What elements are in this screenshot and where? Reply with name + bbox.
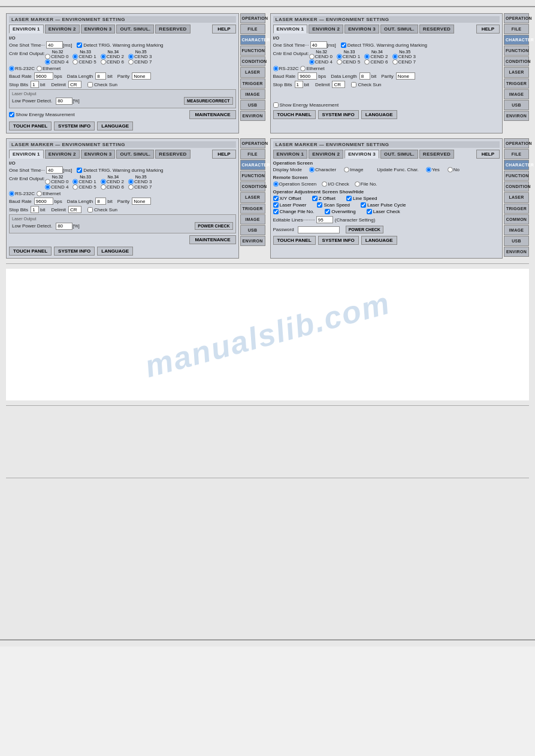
cend3-radio1[interactable]	[128, 54, 134, 59]
tab-reserved-r[interactable]: RESERVED	[419, 25, 454, 34]
ethernet-radio-label[interactable]: Ethernet	[37, 66, 61, 71]
baud-rate-input-r[interactable]	[298, 72, 317, 80]
check-sun-checkbox-bl[interactable]	[87, 207, 93, 212]
cend3-radio1b[interactable]	[392, 54, 398, 59]
tab-environ1[interactable]: ENVIRON 1	[9, 25, 44, 34]
cend6-radio1[interactable]	[101, 59, 106, 65]
touch-panel-btn-br[interactable]: TOUCH PANEL	[273, 236, 316, 245]
cend6-radio1c[interactable]	[101, 184, 106, 190]
side-function-2[interactable]: FUNCTION	[504, 45, 529, 56]
tab-environ2[interactable]: ENVIRON 2	[45, 25, 80, 34]
cend1-radio1b[interactable]	[337, 54, 342, 59]
baud-rate-input[interactable]	[34, 72, 53, 80]
ethernet-radio[interactable]	[37, 66, 42, 71]
cend7-radio1c[interactable]	[128, 184, 134, 190]
system-info-btn-bl[interactable]: SYSTEM INFO	[54, 247, 95, 256]
side-image-1[interactable]: IMAGE	[240, 89, 265, 99]
overwriting-checkbox[interactable]	[325, 209, 330, 214]
side-trigger-2[interactable]: TRIGGER	[504, 78, 529, 89]
side-laser-4[interactable]: LASER	[504, 192, 529, 202]
overwriting-label[interactable]: Overwriting	[325, 209, 355, 214]
xy-offset-label[interactable]: X/Y Offset	[273, 196, 301, 201]
cend2-radio1[interactable]	[101, 54, 106, 59]
language-btn-br[interactable]: LANGUAGE	[361, 236, 397, 245]
show-energy-checkbox[interactable]	[9, 112, 14, 117]
side-file-3[interactable]: FILE	[240, 149, 265, 159]
laser-check-label[interactable]: Laser Check	[367, 209, 400, 214]
side-environ-2[interactable]: ENVIRON	[504, 111, 529, 121]
check-sun-label-r[interactable]: Check Sun	[351, 82, 381, 87]
side-image-2[interactable]: IMAGE	[504, 89, 529, 99]
parity-input[interactable]	[132, 72, 151, 80]
io-check-radio[interactable]	[322, 181, 327, 187]
line-speed-checkbox[interactable]	[346, 196, 352, 201]
check-sun-checkbox-r[interactable]	[351, 82, 356, 87]
cend5-radio1c[interactable]	[72, 184, 78, 190]
side-environ-3[interactable]: ENVIRON	[240, 236, 265, 246]
cend4-radio1[interactable]	[45, 59, 50, 65]
file-no-radio[interactable]	[355, 181, 360, 187]
check-sun-checkbox[interactable]	[87, 82, 93, 87]
cend1-radio1c[interactable]	[72, 179, 78, 184]
tab-environ1-br[interactable]: ENVIRON 1	[273, 150, 308, 159]
rs232c-radio-label[interactable]: RS-232C	[9, 66, 35, 71]
cend3-radio1c[interactable]	[128, 179, 134, 184]
file-no-opt-label[interactable]: File No.	[355, 181, 377, 187]
tab-environ2-bl[interactable]: ENVIRON 2	[45, 150, 80, 159]
cend2-radio1b[interactable]	[364, 54, 370, 59]
stop-bits-input[interactable]	[31, 81, 39, 88]
rs232c-radio-bl[interactable]	[9, 191, 14, 196]
change-file-no-label[interactable]: Change File No.	[273, 209, 315, 214]
side-laser-1[interactable]: LASER	[240, 67, 265, 77]
laser-check-checkbox[interactable]	[367, 209, 372, 214]
side-file-2[interactable]: FILE	[504, 24, 529, 34]
cend6-radio1b[interactable]	[364, 59, 370, 65]
side-condition-2[interactable]: CONDITION	[504, 56, 529, 66]
tab-environ3-r[interactable]: ENVIRON 3	[344, 25, 379, 34]
tab-environ2-r[interactable]: ENVIRON 2	[309, 25, 343, 34]
side-function-3[interactable]: FUNCTION	[240, 171, 265, 181]
side-image-3[interactable]: IMAGE	[240, 214, 265, 224]
maintenance-btn[interactable]: MAINTENANCE	[189, 110, 235, 119]
help-button-2[interactable]: HELP	[476, 25, 500, 34]
side-condition-3[interactable]: CONDITION	[240, 181, 265, 192]
yes-radio[interactable]	[426, 167, 431, 172]
parity-input-r[interactable]	[396, 72, 415, 80]
laser-pulse-cycle-label[interactable]: Laser Pulse Cycle	[361, 202, 406, 208]
cend4-radio1b[interactable]	[309, 59, 315, 65]
cend0-radio1[interactable]	[45, 54, 50, 59]
editable-lines-input[interactable]	[316, 216, 333, 223]
password-input[interactable]	[298, 226, 340, 233]
scan-speed-checkbox[interactable]	[317, 202, 322, 208]
delimit-input-bl[interactable]	[68, 206, 81, 213]
rs232c-radio-label-bl[interactable]: RS-232C	[9, 191, 35, 196]
tab-environ1-bl[interactable]: ENVIRON 1	[9, 150, 44, 159]
char-radio-label[interactable]: Character	[309, 167, 336, 172]
system-info-btn-r[interactable]: SYSTEM INFO	[318, 110, 359, 119]
delimit-input-r[interactable]	[332, 81, 345, 88]
side-condition-4[interactable]: CONDITION	[504, 181, 529, 192]
tab-environ2-br[interactable]: ENVIRON 2	[309, 150, 343, 159]
detect-trg-bl-checkbox[interactable]	[77, 168, 82, 173]
xy-offset-checkbox[interactable]	[273, 196, 279, 201]
language-btn-1[interactable]: LANGUAGE	[97, 122, 133, 130]
stop-bits-input-r[interactable]	[295, 81, 303, 88]
stop-bits-input-bl[interactable]	[31, 206, 39, 213]
power-check-btn-bl[interactable]: POWER CHECK	[195, 222, 232, 230]
parity-input-bl[interactable]	[132, 198, 151, 205]
change-file-no-checkbox[interactable]	[273, 209, 279, 214]
tab-out-simul-r[interactable]: OUT. SIMUL.	[380, 25, 418, 34]
yes-radio-label[interactable]: Yes	[426, 167, 440, 172]
tab-out-simul-bl[interactable]: OUT. SIMUL.	[116, 150, 154, 159]
help-button-1[interactable]: HELP	[212, 25, 235, 34]
side-usb-1[interactable]: USB	[240, 100, 265, 110]
tab-out-simul-br[interactable]: OUT. SIMUL.	[380, 150, 418, 159]
system-info-btn-1[interactable]: SYSTEM INFO	[54, 122, 95, 130]
data-length-input-r[interactable]	[359, 72, 370, 80]
maintenance-btn-bl[interactable]: MAINTENANCE	[189, 235, 235, 244]
detect-trg-r-label[interactable]: Detect TRIG. Warning during Marking	[341, 42, 427, 48]
image-radio-label[interactable]: Image	[344, 167, 363, 172]
side-usb-4[interactable]: USB	[504, 236, 529, 246]
detect-trg-bl-label[interactable]: Detect TRIG. Warning during Marking	[77, 168, 163, 173]
cend5-radio1b[interactable]	[337, 59, 342, 65]
